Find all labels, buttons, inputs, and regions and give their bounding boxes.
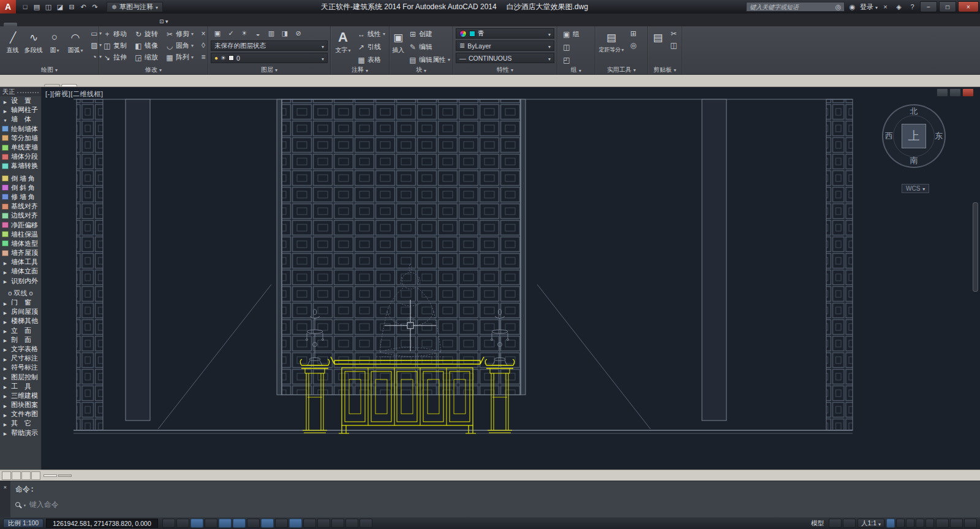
tarch-menu-item[interactable]: 墙齐屋顶 xyxy=(0,248,41,257)
layer-tool-button[interactable]: ⊘ xyxy=(293,28,304,39)
drag-grip[interactable] xyxy=(17,92,39,93)
layout-nav-button[interactable] xyxy=(21,471,31,480)
layer-tool-button[interactable]: ☀ xyxy=(239,28,250,39)
tarch-menu-item[interactable]: 轴网柱子 xyxy=(0,105,41,115)
utility-mini-button[interactable]: ◎ xyxy=(628,40,639,50)
layer-dropdown[interactable]: ● ☀ 0 xyxy=(211,53,328,63)
layer-on-icon[interactable]: ● xyxy=(214,55,218,61)
layout-tab[interactable] xyxy=(58,474,72,477)
status-toggle-button[interactable] xyxy=(289,519,302,528)
qat-button[interactable]: ◫ xyxy=(43,1,54,12)
modify-tool-button[interactable]: +移动 xyxy=(102,28,130,40)
model-space-button[interactable]: 模型 xyxy=(808,519,827,528)
panel-label-clipboard[interactable]: 剪贴板 xyxy=(648,65,682,74)
drawing-window-button[interactable] xyxy=(949,88,961,97)
drawing-area[interactable]: [-][俯视][二维线框] 北 南 西 东 上 WCS xyxy=(42,87,980,470)
compass-north[interactable]: 北 xyxy=(910,106,918,117)
group-tool-button[interactable]: ▣组 xyxy=(561,28,581,40)
modify-mini-button[interactable]: ◊ xyxy=(198,40,209,50)
modify-tool-button[interactable]: ◲缩放 xyxy=(133,51,161,63)
layer-freeze-icon[interactable]: ☀ xyxy=(221,55,226,61)
ribbon-minimize-button[interactable]: ⊡ ▾ xyxy=(156,17,172,26)
clipboard-mini-button[interactable]: ✂ xyxy=(668,28,679,39)
document-tab[interactable] xyxy=(61,84,77,86)
tarch-menu-item[interactable]: 设 置 xyxy=(0,96,41,105)
status-toggle-button[interactable] xyxy=(233,519,246,528)
tarch-menu-item[interactable]: 楼梯其他 xyxy=(0,316,41,325)
layout-nav-button[interactable] xyxy=(12,471,21,480)
ucs-dropdown[interactable]: WCS xyxy=(902,184,929,193)
status-toggle-button[interactable] xyxy=(176,519,189,528)
qat-button[interactable]: ↷ xyxy=(89,1,100,12)
tarch-menu-item[interactable]: 图块图案 xyxy=(0,400,41,409)
clipboard-mini-button[interactable]: ◫ xyxy=(668,40,679,50)
tarch-menu-item[interactable]: 墙体工具 xyxy=(0,257,41,267)
paste-button[interactable]: ▤ xyxy=(650,28,665,45)
tarch-menu-item[interactable]: 修 墙 角 xyxy=(0,192,41,202)
maximize-button[interactable]: □ xyxy=(939,1,956,12)
annotation-scale[interactable]: 人1:1 xyxy=(858,519,884,528)
modify-tool-button[interactable]: ▦阵列▾ xyxy=(164,51,195,63)
qat-button[interactable]: ↶ xyxy=(78,1,89,12)
tarch-menu-item[interactable]: 符号标注 xyxy=(0,363,41,372)
panel-label-layers[interactable]: 图层 xyxy=(208,65,330,74)
layout-nav-button[interactable] xyxy=(2,471,11,480)
viewport-controls[interactable]: [-][俯视][二维线框] xyxy=(45,89,104,99)
measure-tool-button[interactable]: ▤ 定距等分▾ xyxy=(598,28,625,54)
qat-button[interactable]: ▤ xyxy=(31,1,42,12)
status-toggle-button[interactable] xyxy=(345,519,358,528)
panel-label-modify[interactable]: 修改 xyxy=(99,65,208,74)
help-icon[interactable]: ? xyxy=(907,3,918,10)
chevron-down-icon[interactable] xyxy=(875,3,878,10)
status-tray-button[interactable] xyxy=(964,519,977,528)
compass-east[interactable]: 东 xyxy=(935,131,943,142)
tarch-menu-item[interactable]: 墙柱保温 xyxy=(0,230,41,239)
tarch-menu-item[interactable]: 墙体分段 xyxy=(0,152,41,161)
tarch-menu-item[interactable]: 绘制墙体 xyxy=(0,124,41,134)
tarch-menu-item[interactable]: 尺寸标注 xyxy=(0,354,41,363)
group-tool-button[interactable]: ◰ xyxy=(561,54,581,66)
layer-tool-button[interactable]: ▥ xyxy=(266,28,277,39)
tarch-menu-item[interactable]: 墙体立面 xyxy=(0,267,41,276)
tarch-menu-item[interactable]: o 双线 o xyxy=(0,289,41,298)
draw-tool-button[interactable]: ╱ 直线 xyxy=(2,28,23,55)
group-tool-button[interactable]: ◫ xyxy=(561,41,581,53)
panel-label-annotation[interactable]: 注释 xyxy=(331,66,389,74)
layout-tab[interactable] xyxy=(43,474,57,477)
layer-tool-button[interactable]: ◒ xyxy=(252,28,263,39)
tarch-status-toggle[interactable] xyxy=(886,519,895,528)
compass-south[interactable]: 南 xyxy=(910,155,918,166)
tarch-menu-item[interactable]: 文件布图 xyxy=(0,409,41,419)
quickview-button[interactable] xyxy=(843,519,856,528)
coordinates-readout[interactable]: 1261942.581, 2714738.820, 0.000 xyxy=(46,519,158,528)
tarch-menu-header[interactable]: 天正 xyxy=(0,87,41,96)
qat-button[interactable]: ◪ xyxy=(55,1,66,12)
view-compass[interactable]: 北 南 西 东 上 xyxy=(882,104,946,168)
annotation-tool-button[interactable]: ↔线性▾ xyxy=(356,28,386,40)
panel-label-block[interactable]: 块 xyxy=(390,66,453,74)
status-toggle-button[interactable] xyxy=(205,519,217,528)
tarch-menu-item[interactable]: 三维建模 xyxy=(0,391,41,400)
infocenter-search[interactable]: ◎ xyxy=(746,2,845,12)
tarch-menu-item[interactable]: 图层控制 xyxy=(0,372,41,381)
tarch-scale-display[interactable]: 比例 1:100 xyxy=(3,519,43,528)
block-tool-button[interactable]: ▤编辑属性▾ xyxy=(407,54,451,66)
tarch-menu-item[interactable]: 墙体造型 xyxy=(0,239,41,248)
status-toggle-button[interactable] xyxy=(360,519,372,528)
tarch-status-toggle[interactable] xyxy=(906,519,914,528)
layout-nav-button[interactable] xyxy=(31,471,40,480)
tarch-menu-item[interactable]: 立 面 xyxy=(0,326,41,335)
tarch-menu-item[interactable]: 剖 面 xyxy=(0,335,41,344)
exchange-apps-icon[interactable]: × xyxy=(880,3,891,10)
modify-tool-button[interactable]: ◧镜像 xyxy=(133,40,161,51)
lineweight-dropdown[interactable]: ≣ ByLayer xyxy=(456,40,554,51)
autodesk360-icon[interactable]: ◈ xyxy=(893,3,905,11)
search-icon[interactable]: ◎ xyxy=(832,3,844,11)
drawing-canvas[interactable] xyxy=(42,87,980,470)
qat-button[interactable]: □ xyxy=(20,1,31,12)
layer-tool-button[interactable]: ▣ xyxy=(212,28,223,39)
status-toggle-button[interactable] xyxy=(331,519,344,528)
tarch-menu-item[interactable]: 文字表格 xyxy=(0,344,41,354)
linetype-dropdown[interactable]: — CONTINUOUS xyxy=(456,53,554,63)
status-toggle-button[interactable] xyxy=(303,519,316,528)
